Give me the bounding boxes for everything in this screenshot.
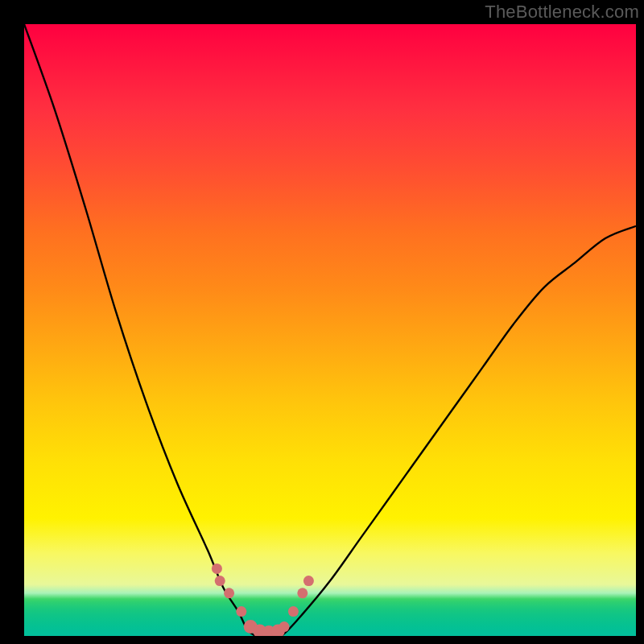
dot-markers [212,564,314,636]
dot-marker [236,606,246,617]
curve-layer [24,24,636,636]
plot-area [24,24,636,636]
watermark-text: TheBottleneck.com [485,2,639,23]
dot-marker [288,606,299,617]
chart-frame: TheBottleneck.com [0,0,644,644]
dot-marker [303,576,314,586]
dot-marker [224,588,234,598]
bottleneck-curve [24,24,636,636]
dot-marker [297,588,308,598]
dot-marker [212,564,222,574]
dot-marker [215,576,225,586]
dot-marker [279,621,290,632]
